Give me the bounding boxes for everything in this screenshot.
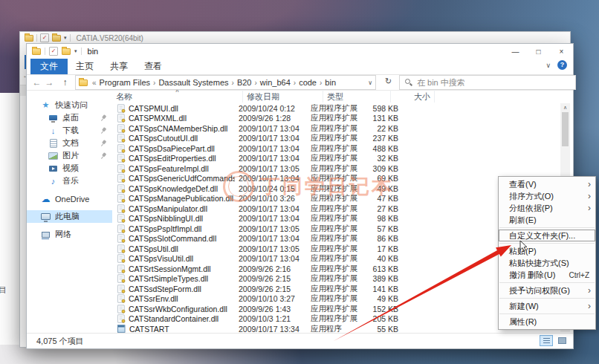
file-size: 32 KB (366, 154, 402, 163)
navigation-bar: ← → ↑ «Program Files›Dassault Systemes›B… (27, 74, 573, 91)
file-date: 2009/10/17 13:04 (235, 214, 307, 223)
titlebar[interactable]: ✓ ▾ bin — □ × (27, 44, 573, 59)
context-menu-item[interactable]: 粘贴(P) (499, 245, 595, 257)
menu-item-label: 排序方式(O) (509, 191, 588, 202)
file-date: 2009/9/26 2:15 (235, 274, 307, 283)
address-bar[interactable]: «Program Files›Dassault Systemes›B20›win… (75, 75, 376, 90)
file-size: 69 KB (366, 174, 402, 183)
file-row[interactable]: CATSpsCutoutUI.dll 2009/10/17 13:04 应用程序… (112, 134, 573, 144)
file-icon (117, 124, 125, 132)
sidebar-item-icon (41, 212, 51, 221)
folder-icon (25, 35, 33, 42)
breadcrumb-segment[interactable]: B20 (237, 78, 252, 87)
tab-file[interactable]: 文件 (30, 59, 68, 74)
qat-chevron-icon[interactable]: ▾ (74, 48, 77, 54)
file-name: CATStandardContainer.dll (129, 314, 218, 323)
breadcrumb-separator-icon: › (152, 79, 157, 87)
icons-view-button[interactable] (555, 335, 569, 346)
sidebar-item-pc[interactable]: 此电脑 (27, 210, 112, 223)
sidebar-item-star[interactable]: 快速访问 (27, 99, 112, 111)
file-icon (117, 134, 125, 143)
address-dropdown-icon[interactable]: ∨ (368, 79, 372, 86)
close-button[interactable]: × (550, 44, 573, 59)
context-menu-item[interactable]: 授予访问权限(G) › (499, 285, 595, 296)
maximize-button[interactable]: □ (527, 44, 550, 59)
new-folder-icon[interactable] (52, 35, 61, 42)
file-icon (117, 155, 125, 163)
sidebar-item-pic[interactable]: 图片 (27, 149, 112, 162)
context-menu-item[interactable]: 撤消 删除(U) Ctrl+Z (499, 269, 595, 281)
minimize-button[interactable]: — (504, 44, 527, 59)
sidebar-item-music[interactable]: 音乐 (27, 175, 112, 187)
sidebar-item-net[interactable]: 网络 (27, 228, 112, 241)
file-row[interactable]: CATSPMXML.dll 2009/9/26 1:28 应用程序扩展 131 … (112, 114, 573, 124)
breadcrumb-segment[interactable]: win_b64 (260, 78, 291, 87)
details-view-button[interactable] (540, 335, 553, 346)
file-type: 应用程序扩展 (307, 103, 366, 114)
breadcrumb-overflow-icon[interactable]: « (91, 79, 98, 87)
file-row[interactable]: CATSPMUI.dll 2009/10/24 0:12 应用程序扩展 598 … (112, 103, 573, 114)
menu-item-label: 撤消 删除(U) (509, 270, 569, 281)
file-row[interactable]: CATSpsDsaPiecePart.dll 2009/10/17 13:04 … (112, 143, 573, 154)
breadcrumb-segment[interactable]: code (299, 78, 317, 87)
breadcrumb-segment[interactable]: bin (325, 78, 336, 87)
background-titlebar[interactable]: ✓ ▾ CATIA.V5R20(64bit) (20, 32, 570, 44)
file-size: 98 KB (366, 214, 402, 223)
scrollbar-thumb[interactable] (562, 112, 569, 146)
sidebar-item-cloud[interactable]: OneDrive (27, 192, 112, 205)
tab-share[interactable]: 共享 (102, 59, 136, 74)
context-menu-item[interactable]: 属性(R) (499, 316, 595, 328)
back-button[interactable]: ← (30, 77, 43, 88)
context-menu-item[interactable]: 自定义文件夹(F)... (499, 230, 595, 241)
file-date: 2009/10/17 13:04 (235, 124, 307, 133)
ribbon-expand-icon[interactable]: ∨ (545, 62, 551, 69)
file-name: CATSpsCutoutUI.dll (129, 134, 198, 143)
sidebar-item-desktop[interactable]: 桌面 (27, 111, 112, 124)
sidebar-item-video[interactable]: 视频 (27, 162, 112, 175)
help-icon[interactable]: ? (557, 60, 567, 70)
context-menu-item[interactable]: 粘贴快捷方式(S) (499, 257, 595, 269)
tab-view[interactable]: 查看 (136, 59, 170, 74)
file-row[interactable]: CATSpsFeatureImpl.dll 2009/10/17 13:05 应… (112, 163, 573, 174)
explorer-window: ✓ ▾ bin — □ × 文件 主页 共享 查看 ∨ ? ← → ↑ (26, 43, 574, 349)
file-type: 应用程序扩展 (307, 224, 366, 234)
column-header-date[interactable]: 修改日期 (243, 90, 323, 103)
file-type: 应用程序扩展 (307, 123, 366, 134)
scroll-up-icon[interactable]: ∧ (563, 103, 567, 111)
context-menu-item[interactable]: 新建(W) › (499, 300, 595, 312)
file-date: 2009/10/17 13:04 (235, 174, 307, 183)
file-row[interactable]: CATSpsEditProperties.dll 2009/10/17 13:0… (112, 154, 573, 164)
context-menu-item[interactable]: 排序方式(O) › (499, 190, 595, 202)
file-date: 2009/10/17 13:05 (235, 164, 307, 173)
sidebar-item-download[interactable]: 下载 (27, 124, 112, 137)
file-type: 应用程序扩展 (307, 273, 366, 284)
column-header-name[interactable]: ∧ 名称 (112, 90, 243, 103)
up-button[interactable]: ↑ (59, 77, 71, 88)
file-date: 2009/9/26 1:43 (235, 305, 307, 313)
menu-item-shortcut: Ctrl+Z (569, 271, 590, 279)
column-header-type[interactable]: 类型 (323, 90, 391, 103)
sidebar-item-doc[interactable]: 文档 (27, 137, 112, 149)
new-folder-icon[interactable] (62, 48, 71, 55)
divider (45, 48, 45, 55)
file-type: 应用程序扩展 (307, 264, 366, 274)
tab-home[interactable]: 主页 (68, 59, 102, 74)
file-name: CATSrtSessionMgmt.dll (129, 264, 211, 273)
properties-icon[interactable]: ✓ (40, 33, 49, 42)
refresh-icon[interactable]: ↻ (385, 77, 392, 86)
forward-button[interactable]: → (43, 77, 56, 88)
context-menu-item[interactable]: 分组依据(P) › (499, 202, 595, 214)
column-header-size[interactable]: 大小 (391, 90, 435, 103)
context-menu-item[interactable]: 刷新(E) (499, 214, 595, 226)
chevron-down-icon[interactable]: ▾ (64, 35, 67, 41)
file-type: 应用程序扩展 (307, 193, 366, 204)
search-input[interactable]: 在 bin 中搜索 (399, 75, 576, 90)
breadcrumb-segment[interactable]: Program Files (100, 78, 150, 87)
file-icon (117, 114, 125, 123)
breadcrumb-segment[interactable]: Dassault Systemes (158, 78, 228, 87)
properties-icon[interactable]: ✓ (49, 47, 58, 56)
context-menu-item[interactable]: 查看(V) › (499, 178, 595, 190)
file-row[interactable]: CATSpsCNAMemberShip.dll 2009/10/17 13:04… (112, 123, 573, 134)
file-name: CATSpsManipulator.dll (129, 204, 207, 213)
submenu-arrow-icon: › (588, 301, 591, 311)
